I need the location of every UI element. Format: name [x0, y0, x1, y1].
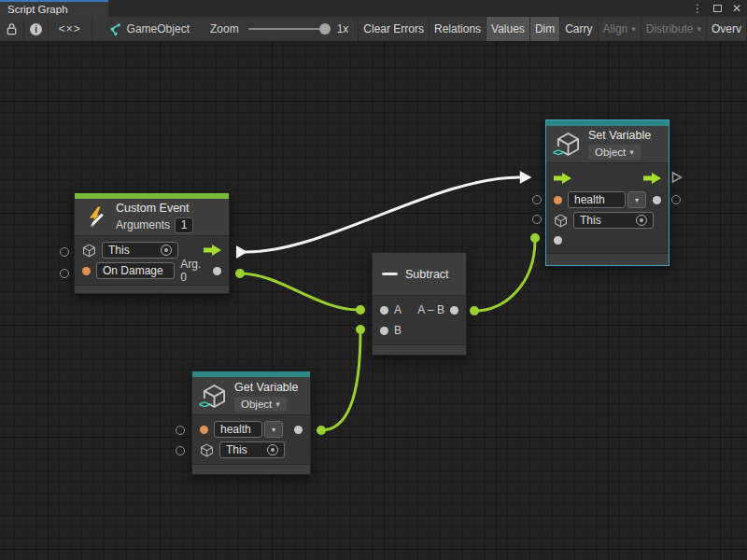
visual-scripting-window: Script Graph ⋮ ✕ i <×> [0, 0, 747, 560]
cube-icon [554, 214, 568, 228]
object-picker-icon[interactable] [161, 245, 172, 256]
set-variable-flow-in-arrowhead[interactable] [520, 171, 532, 184]
input-b-port[interactable] [380, 327, 388, 335]
wire-getvariable-subtract-b[interactable] [321, 331, 360, 430]
value-output-port[interactable] [653, 196, 661, 204]
wire-flow-customevent-setvariable[interactable] [246, 177, 519, 252]
value-output-port[interactable] [294, 426, 303, 434]
chevron-down-icon: ▾ [631, 24, 636, 34]
overview-button[interactable]: Overv [707, 17, 747, 41]
arguments-input[interactable]: 1 [175, 217, 193, 233]
cube-icon [200, 443, 214, 457]
values-toggle[interactable]: Values [486, 17, 530, 41]
node-title: Set Variable [588, 129, 651, 142]
arg0-label: Arg. 0 [180, 258, 207, 284]
input-a-port[interactable] [380, 306, 388, 315]
inspect-button[interactable]: i [24, 17, 49, 41]
chevron-down-icon[interactable]: ▾ [627, 191, 646, 208]
node-footer [75, 285, 229, 293]
wire-arg0-subtract-a[interactable] [240, 273, 359, 310]
graph-canvas[interactable]: Custom Event Arguments 1 This [0, 42, 747, 560]
node-custom-event[interactable]: Custom Event Arguments 1 This [74, 192, 230, 294]
node-footer [192, 464, 310, 474]
graph-reference[interactable]: GameObject [107, 17, 190, 41]
variable-name-row: health ▾ [546, 189, 669, 210]
flow-output-arrow[interactable] [643, 173, 661, 184]
arg0-output-port[interactable] [213, 267, 221, 275]
object-picker-icon[interactable] [636, 215, 647, 226]
node-get-variable[interactable]: <> Get Variable Object ▾ health ▾ [191, 371, 311, 475]
subtract-b-wire-endpoint[interactable] [356, 325, 365, 334]
name-input-port[interactable] [554, 196, 562, 204]
custom-event-header: Custom Event Arguments 1 [75, 199, 229, 236]
node-title: Get Variable [234, 381, 299, 394]
wire-subtract-setvariable-value[interactable] [474, 240, 535, 311]
event-bolt-pencil-icon [84, 205, 108, 230]
custom-event-outer-input-port-2[interactable] [60, 269, 69, 278]
code-mark-icon: <> [553, 147, 563, 159]
input-b-label: B [394, 324, 402, 337]
target-field[interactable]: This [102, 242, 178, 259]
set-variable-value-wire-endpoint[interactable] [530, 233, 540, 243]
window-menu-icon[interactable]: ⋮ [692, 2, 703, 15]
dim-toggle[interactable]: Dim [530, 17, 560, 41]
zoom-slider-handle[interactable] [319, 23, 331, 35]
node-set-variable[interactable]: <> Set Variable Object ▾ [545, 119, 669, 266]
lock-button[interactable] [0, 17, 24, 41]
distribute-dropdown[interactable]: Distribute ▾ [641, 17, 707, 41]
titlebar: Script Graph ⋮ ✕ [0, 0, 747, 17]
event-input-port[interactable] [82, 267, 91, 275]
get-variable-outer-input-port-2[interactable] [176, 446, 185, 455]
object-picker-icon[interactable] [267, 444, 278, 455]
tab-script-graph[interactable]: Script Graph [0, 0, 108, 17]
event-name-field[interactable]: On Damage [96, 262, 175, 279]
subtract-row-a: A A – B [373, 300, 466, 320]
target-field[interactable]: This [219, 441, 285, 458]
window-controls: ⋮ ✕ [692, 0, 741, 17]
input-a-label: A [394, 303, 402, 316]
subtract-out-wire-endpoint[interactable] [470, 306, 479, 315]
set-variable-outer-input-port-1[interactable] [532, 195, 542, 204]
output-port[interactable] [450, 306, 458, 315]
custom-event-flow-out-triangle[interactable] [236, 245, 247, 259]
info-icon: i [30, 23, 42, 35]
scope-dropdown[interactable]: Object ▾ [588, 145, 641, 160]
set-variable-outer-output-port[interactable] [671, 195, 681, 204]
get-variable-out-wire-endpoint[interactable] [317, 426, 326, 435]
maximize-icon[interactable] [713, 5, 722, 12]
zoom-slider[interactable] [248, 28, 329, 30]
arg0-wire-endpoint[interactable] [235, 269, 245, 278]
target-row: This [546, 210, 669, 231]
clear-errors-button[interactable]: Clear Errors [359, 17, 430, 41]
code-view-button[interactable]: <×> [49, 17, 92, 41]
custom-event-outer-input-port-1[interactable] [60, 247, 69, 257]
set-variable-outer-input-port-2[interactable] [532, 215, 542, 224]
tab-title: Script Graph [7, 4, 68, 15]
relations-button[interactable]: Relations [430, 17, 486, 41]
node-title: Custom Event [116, 202, 193, 215]
lock-icon [6, 22, 18, 35]
subtract-a-wire-endpoint[interactable] [356, 305, 365, 315]
close-icon[interactable]: ✕ [732, 2, 741, 15]
target-row: This [192, 440, 310, 460]
carry-toggle[interactable]: Carry [560, 17, 598, 41]
get-variable-outer-input-port-1[interactable] [176, 426, 185, 435]
variable-name-combo[interactable]: health ▾ [568, 191, 646, 208]
value-input-row [546, 231, 669, 249]
subtract-header: Subtract [373, 253, 466, 296]
node-subtract[interactable]: Subtract A A – B B [372, 252, 467, 356]
target-field[interactable]: This [573, 212, 654, 229]
subtract-icon [382, 273, 398, 275]
value-input-port[interactable] [554, 236, 562, 245]
flow-input-arrow[interactable] [554, 173, 571, 184]
chevron-down-icon[interactable]: ▾ [264, 421, 283, 438]
set-variable-flow-out-outer-triangle[interactable] [671, 171, 683, 184]
name-input-port[interactable] [200, 426, 208, 434]
code-mark-icon: <> [199, 399, 209, 411]
flow-output-arrow[interactable] [204, 245, 221, 256]
align-dropdown[interactable]: Align ▾ [599, 17, 641, 41]
toolbar: i <×> GameObject Zoom 1x Clear Errors Re… [0, 17, 747, 42]
variable-name-combo[interactable]: health ▾ [214, 421, 283, 438]
arguments-label: Arguments [116, 218, 170, 231]
scope-dropdown[interactable]: Object ▾ [234, 397, 287, 412]
